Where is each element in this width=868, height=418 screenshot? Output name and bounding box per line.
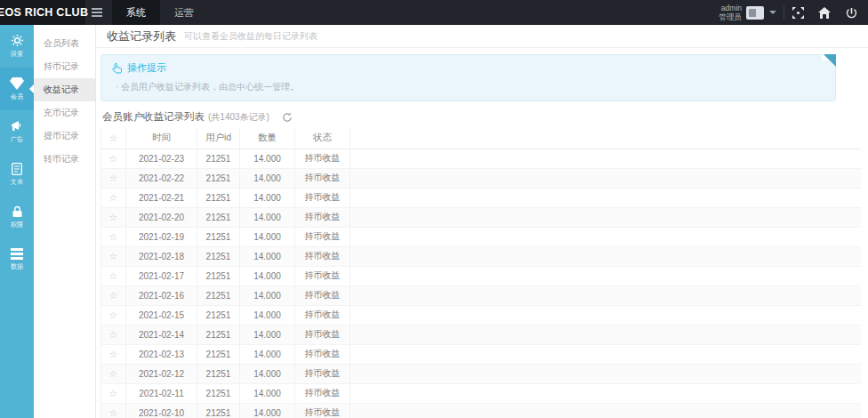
user-name: admin [721,4,742,12]
sidebar-item-label: 设置 [11,50,23,59]
cell-status: 持币收益 [295,246,350,266]
menu-toggle-button[interactable] [85,0,108,25]
menu-icon [92,8,102,17]
sidebar-item-grid[interactable]: 数据 [0,238,34,281]
home-button[interactable] [811,0,838,25]
table-row: ☆2021-02-132125114.000持币收益 [101,344,862,364]
submenu-item-2[interactable]: 收益记录 [34,78,95,101]
top-nav-item-1[interactable]: 运营 [160,0,208,25]
star-icon[interactable]: ☆ [109,153,118,164]
sidebar-item-diamond[interactable]: 会员 [0,68,34,110]
refresh-icon [282,112,293,123]
cell-filler [350,285,862,305]
table-row: ☆2021-02-122125114.000持币收益 [101,364,862,383]
top-nav: 系统运营 [112,0,208,25]
home-icon [818,7,831,19]
cell-star: ☆ [101,285,126,305]
alert-title-row: 操作提示 [112,61,826,75]
cell-filler [350,207,862,227]
record-count: (共1403条记录) [208,111,269,124]
table-row: ☆2021-02-212125114.000持币收益 [101,188,862,207]
star-icon[interactable]: ☆ [109,251,118,261]
fullscreen-icon [792,7,804,19]
star-icon[interactable]: ☆ [109,290,118,301]
gear-icon [11,34,24,47]
submenu-item-5[interactable]: 转币记录 [34,148,95,171]
cell-date: 2021-02-16 [126,285,197,305]
cell-date: 2021-02-22 [126,168,197,188]
sidebar-item-gear[interactable]: 设置 [0,25,34,68]
diamond-icon [10,77,24,90]
submenu-item-1[interactable]: 持币记录 [34,55,95,78]
column-header-qty[interactable]: 数量 [240,128,295,149]
column-header-star[interactable]: ☆ [101,128,126,149]
column-header-time[interactable]: 时间 [126,128,197,149]
cell-uid: 21251 [197,305,240,325]
fullscreen-button[interactable] [784,0,811,25]
cell-star: ☆ [101,207,126,227]
cell-status: 持币收益 [295,149,350,168]
top-nav-item-0[interactable]: 系统 [112,0,160,25]
star-icon[interactable]: ☆ [109,388,118,398]
caret-down-icon[interactable] [769,11,776,14]
cell-filler [350,344,862,364]
cell-qty: 14.000 [240,168,295,188]
submenu-item-0[interactable]: 会员列表 [34,32,95,55]
alert-title: 操作提示 [127,61,166,75]
cell-star: ☆ [101,149,126,168]
cell-status: 持币收益 [295,325,350,344]
table-row: ☆2021-02-152125114.000持币收益 [101,305,862,325]
sidebar-item-lock[interactable]: 权限 [0,196,34,238]
icon-sidebar: 设置会员广告文章权限数据 [0,25,34,418]
app-logo: EOS RICH CLUB [0,0,85,25]
refresh-button[interactable] [282,112,293,123]
column-header-uid[interactable]: 用户id [197,128,240,149]
alert-fold-corner[interactable] [824,54,836,67]
star-icon[interactable]: ☆ [109,231,118,242]
cell-qty: 14.000 [240,227,295,246]
page-subtitle: 可以查看全员收益的每日记录列表 [184,30,317,43]
sidebar-item-megaphone[interactable]: 广告 [0,110,34,153]
sidebar-item-document[interactable]: 文章 [0,153,34,196]
cell-date: 2021-02-14 [126,325,197,344]
cell-uid: 21251 [197,168,240,188]
cell-star: ☆ [101,344,126,364]
star-icon[interactable]: ☆ [109,192,118,203]
star-icon[interactable]: ☆ [109,212,118,222]
user-role: 管理员 [719,12,743,21]
table-row: ☆2021-02-142125114.000持币收益 [101,325,862,344]
section-title: 会员账户收益记录列表 [102,110,205,124]
cell-uid: 21251 [197,364,240,383]
table-section-header: 会员账户收益记录列表 (共1403条记录) [96,108,868,128]
table-row: ☆2021-02-182125114.000持币收益 [101,246,862,266]
table-row: ☆2021-02-232125114.000持币收益 [101,149,862,168]
submenu-item-4[interactable]: 提币记录 [34,125,95,148]
cell-date: 2021-02-20 [126,207,197,227]
submenu-item-3[interactable]: 充币记录 [34,101,95,125]
table-header-row: ☆时间用户id数量状态 [101,128,862,149]
logout-button[interactable] [838,0,864,25]
cell-qty: 14.000 [240,403,295,418]
cell-date: 2021-02-15 [126,305,197,325]
column-header-status[interactable]: 状态 [295,128,350,149]
star-icon[interactable]: ☆ [109,349,118,359]
cell-star: ☆ [101,227,126,246]
sidebar-item-label: 权限 [11,220,23,229]
avatar[interactable] [746,6,764,20]
star-icon[interactable]: ☆ [109,173,118,183]
star-icon[interactable]: ☆ [109,368,118,379]
star-icon[interactable]: ☆ [109,309,118,320]
main-content: 收益记录列表 可以查看全员收益的每日记录列表 操作提示 · 会员用户收益记录列表… [96,25,868,418]
table-row: ☆2021-02-192125114.000持币收益 [101,227,862,246]
star-icon[interactable]: ☆ [109,407,118,418]
alert-content: · 会员用户收益记录列表，由总中心统一管理。 [112,81,826,93]
star-icon[interactable]: ☆ [109,329,118,340]
operation-tips-alert: 操作提示 · 会员用户收益记录列表，由总中心统一管理。 [100,54,836,101]
records-table-head: ☆时间用户id数量状态 [101,128,862,149]
star-icon[interactable]: ☆ [109,270,118,281]
hand-pointer-icon [112,62,127,74]
cell-uid: 21251 [197,285,240,305]
grid-icon [11,248,23,260]
cell-uid: 21251 [197,188,240,207]
cell-uid: 21251 [197,227,240,246]
